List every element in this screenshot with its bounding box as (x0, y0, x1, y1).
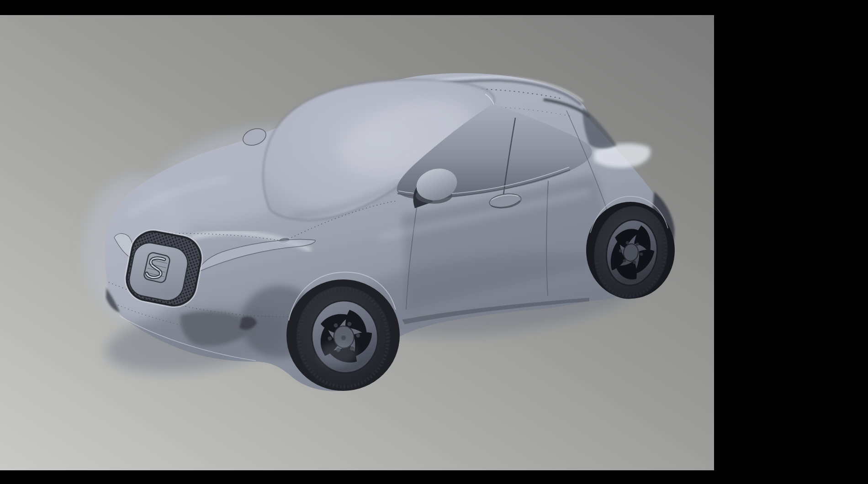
render-canvas (0, 0, 868, 484)
screenshot-root (0, 0, 868, 484)
letterbox-bottom (0, 470, 868, 484)
letterbox-right (714, 0, 868, 484)
